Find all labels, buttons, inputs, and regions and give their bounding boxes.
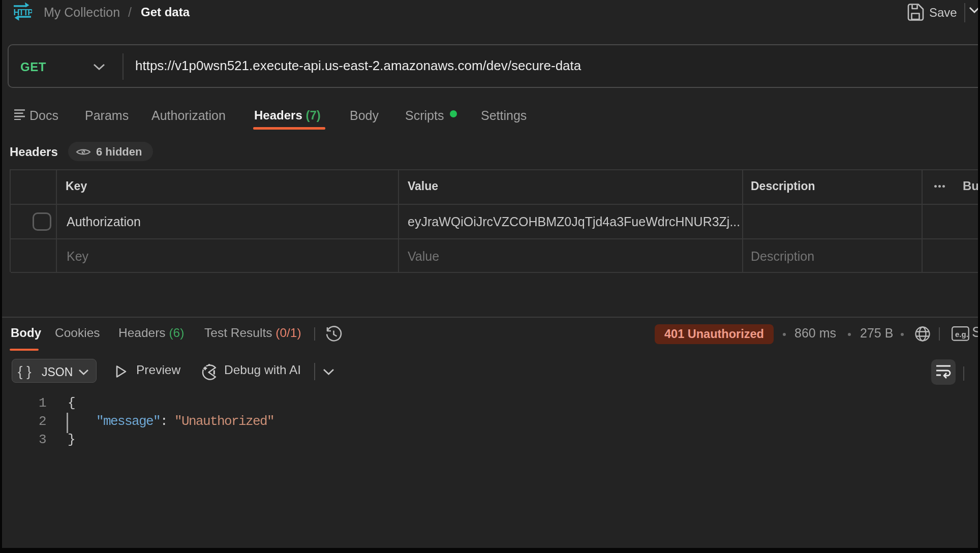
svg-text:HTTP: HTTP: [14, 8, 33, 17]
